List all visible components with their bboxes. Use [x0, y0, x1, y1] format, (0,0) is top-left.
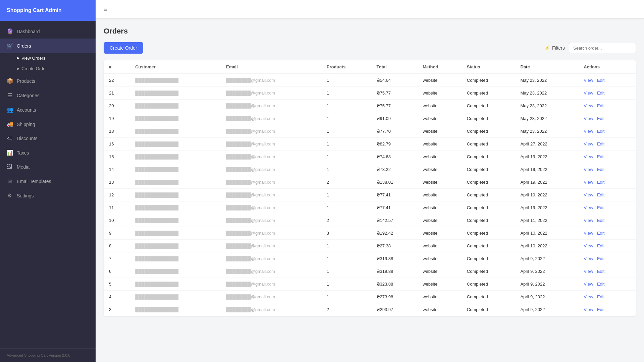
cell-date: May 23, 2022 [515, 125, 578, 138]
content-area: Orders Create Order ⚡ Filters # Customer… [96, 19, 644, 362]
edit-button[interactable]: Edit [597, 269, 604, 274]
cell-num: 8 [104, 240, 130, 252]
cell-num: 21 [104, 87, 130, 100]
table-row: 13 ██████████████ ████████@gmail.com 2 ₴… [104, 176, 636, 189]
cell-status: Completed [462, 252, 515, 265]
sidebar-item-categories[interactable]: ☰ Categories [0, 88, 96, 103]
cell-status: Completed [462, 100, 515, 112]
cell-email: ████████@gmail.com [221, 74, 321, 87]
cell-products: 1 [321, 100, 371, 112]
sidebar-item-taxes[interactable]: 📊 Taxes [0, 145, 96, 160]
sidebar-item-products[interactable]: 📦 Products [0, 74, 96, 88]
sidebar-label-view-orders: View Orders [21, 56, 45, 61]
edit-button[interactable]: Edit [597, 256, 604, 261]
edit-button[interactable]: Edit [597, 307, 604, 312]
cell-actions: View Edit [578, 189, 636, 201]
sidebar-label-shipping: Shipping [17, 122, 35, 127]
edit-button[interactable]: Edit [597, 116, 604, 121]
edit-button[interactable]: Edit [597, 154, 604, 159]
cell-products: 2 [321, 214, 371, 227]
orders-icon: 🛒 [7, 43, 13, 49]
dashboard-icon: 🔮 [7, 28, 13, 35]
edit-button[interactable]: Edit [597, 141, 604, 146]
edit-button[interactable]: Edit [597, 294, 604, 299]
view-button[interactable]: View [584, 282, 593, 287]
col-date[interactable]: Date ↑ [515, 60, 578, 74]
view-button[interactable]: View [584, 205, 593, 210]
sidebar-item-email-templates[interactable]: ✉ Email Templates [0, 174, 96, 188]
cell-date: April 9, 2022 [515, 291, 578, 303]
edit-button[interactable]: Edit [597, 192, 604, 197]
sidebar-item-accounts[interactable]: 👥 Accounts [0, 103, 96, 117]
edit-button[interactable]: Edit [597, 78, 604, 83]
view-button[interactable]: View [584, 307, 593, 312]
view-button[interactable]: View [584, 231, 593, 236]
cell-method: website [417, 227, 462, 240]
cell-date: April 19, 2022 [515, 163, 578, 176]
search-order-input[interactable] [569, 43, 636, 53]
sidebar-subitem-create-order[interactable]: Create Order [0, 63, 96, 74]
col-status: Status [462, 60, 515, 74]
edit-button[interactable]: Edit [597, 129, 604, 134]
view-button[interactable]: View [584, 116, 593, 121]
cell-date: April 19, 2022 [515, 150, 578, 163]
sidebar-subitem-view-orders[interactable]: View Orders [0, 53, 96, 63]
cell-date: May 23, 2022 [515, 74, 578, 87]
edit-button[interactable]: Edit [597, 231, 604, 236]
cell-num: 9 [104, 227, 130, 240]
view-button[interactable]: View [584, 269, 593, 274]
view-button[interactable]: View [584, 192, 593, 197]
sidebar-item-dashboard[interactable]: 🔮 Dashboard [0, 24, 96, 39]
cell-num: 16 [104, 138, 130, 150]
view-button[interactable]: View [584, 129, 593, 134]
view-button[interactable]: View [584, 180, 593, 185]
cell-actions: View Edit [578, 176, 636, 189]
edit-button[interactable]: Edit [597, 90, 604, 96]
edit-button[interactable]: Edit [597, 180, 604, 185]
view-button[interactable]: View [584, 78, 593, 83]
view-button[interactable]: View [584, 141, 593, 146]
cell-products: 1 [321, 74, 371, 87]
cell-status: Completed [462, 291, 515, 303]
toolbar: Create Order ⚡ Filters [104, 42, 636, 54]
edit-button[interactable]: Edit [597, 167, 604, 172]
view-button[interactable]: View [584, 294, 593, 299]
table-row: 8 ██████████████ ████████@gmail.com 1 ₴2… [104, 240, 636, 252]
cell-num: 6 [104, 265, 130, 278]
sidebar-item-discounts[interactable]: 🏷 Discounts [0, 131, 96, 145]
cell-method: website [417, 74, 462, 87]
accounts-icon: 👥 [7, 107, 13, 113]
view-button[interactable]: View [584, 103, 593, 108]
sidebar-item-shipping[interactable]: 🚚 Shipping [0, 117, 96, 131]
view-button[interactable]: View [584, 90, 593, 96]
sidebar-item-settings[interactable]: ⚙ Settings [0, 188, 96, 203]
edit-button[interactable]: Edit [597, 218, 604, 223]
view-button[interactable]: View [584, 256, 593, 261]
edit-button[interactable]: Edit [597, 103, 604, 108]
view-button[interactable]: View [584, 218, 593, 223]
filters-button[interactable]: ⚡ Filters [544, 45, 565, 51]
main-content: ≡ Orders Create Order ⚡ Filters # Custom… [96, 0, 644, 362]
cell-num: 12 [104, 189, 130, 201]
edit-button[interactable]: Edit [597, 243, 604, 248]
cell-products: 1 [321, 265, 371, 278]
view-button[interactable]: View [584, 154, 593, 159]
cell-total: ₴77.41 [371, 201, 418, 214]
hamburger-button[interactable]: ≡ [104, 5, 108, 13]
settings-icon: ⚙ [7, 192, 13, 199]
cell-customer: ██████████████ [130, 125, 221, 138]
view-button[interactable]: View [584, 243, 593, 248]
table-row: 18 ██████████████ ████████@gmail.com 1 ₴… [104, 125, 636, 138]
edit-button[interactable]: Edit [597, 205, 604, 210]
sidebar-item-orders[interactable]: 🛒 Orders [0, 39, 96, 53]
cell-status: Completed [462, 240, 515, 252]
cell-total: ₴75.77 [371, 100, 418, 112]
sidebar-item-media[interactable]: 🖼 Media [0, 160, 96, 174]
create-order-button[interactable]: Create Order [104, 42, 143, 54]
app-title: Shopping Cart Admin [7, 7, 62, 13]
edit-button[interactable]: Edit [597, 282, 604, 287]
cell-email: ████████@gmail.com [221, 125, 321, 138]
view-button[interactable]: View [584, 167, 593, 172]
table-row: 19 ██████████████ ████████@gmail.com 1 ₴… [104, 112, 636, 125]
cell-products: 3 [321, 227, 371, 240]
